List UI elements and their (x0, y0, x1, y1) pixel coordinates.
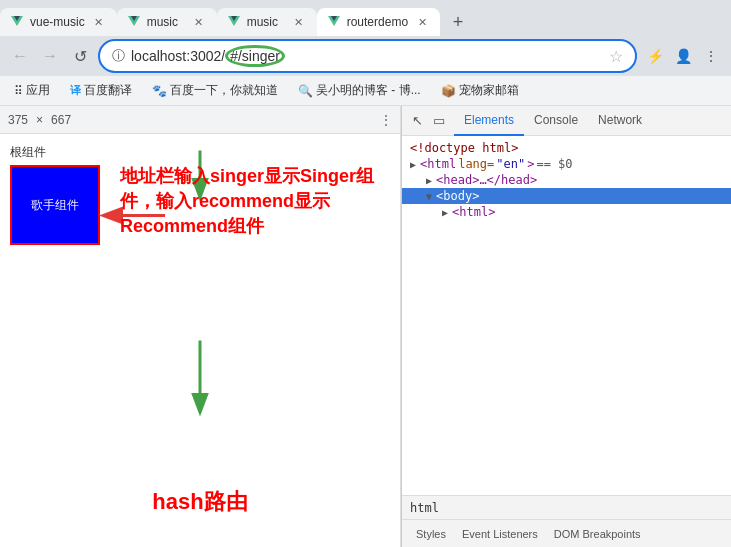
devtools-breadcrumb: html (402, 495, 731, 519)
tab-vue-music-title: vue-music (30, 15, 85, 29)
tab-vue-music[interactable]: vue-music ✕ (0, 8, 117, 36)
tab-music-1-title: music (147, 15, 185, 29)
tab-music-2-title: music (247, 15, 285, 29)
tab-music-1[interactable]: music ✕ (117, 8, 217, 36)
dom-body-line[interactable]: ▼ <body> (402, 188, 731, 204)
tab-routerdemo[interactable]: routerdemo ✕ (317, 8, 440, 36)
forward-button[interactable]: → (38, 44, 62, 68)
bookmark-baidu-search[interactable]: 🐾 百度一下，你就知道 (146, 80, 284, 101)
new-tab-button[interactable]: + (444, 8, 472, 36)
dom-doctype: <!doctype html> (402, 140, 731, 156)
tab-console-label: Console (534, 113, 578, 127)
bookmark-blog-label: 吴小明的博客 - 博... (316, 82, 421, 99)
bookmark-translate-label: 百度翻译 (84, 82, 132, 99)
singer-component: 歌手组件 (10, 165, 100, 245)
html-triangle: ▶ (410, 159, 416, 170)
url-highlight: #/singer (225, 45, 285, 67)
tab-close-music-2[interactable]: ✕ (291, 14, 307, 30)
address-right-buttons: ⚡ 👤 ⋮ (643, 44, 723, 68)
dom-html-line[interactable]: ▶ <html lang= "en" > == $0 (402, 156, 731, 172)
bookmark-blog[interactable]: 🔍 吴小明的博客 - 博... (292, 80, 427, 101)
apps-icon: ⠿ (14, 84, 23, 98)
blog-icon: 🔍 (298, 84, 313, 98)
dom-head-line[interactable]: ▶ <head>…</head> (402, 172, 731, 188)
tab-console[interactable]: Console (524, 106, 588, 136)
devtools-body: <!doctype html> ▶ <html lang= "en" > == … (402, 136, 731, 495)
dom-html-open: <html (420, 157, 456, 171)
footer-tab-event-listeners[interactable]: Event Listeners (456, 526, 544, 542)
device-toggle-icon[interactable]: ▭ (430, 112, 448, 130)
page-height: 667 (51, 113, 71, 127)
tab-elements-label: Elements (464, 113, 514, 127)
bookmark-apps[interactable]: ⠿ 应用 (8, 80, 56, 101)
footer-dom-label: DOM Breakpoints (554, 528, 641, 540)
reload-button[interactable]: ↺ (68, 44, 92, 68)
breadcrumb-html: html (410, 501, 439, 515)
tab-bar: vue-music ✕ music ✕ music ✕ routerdemo ✕… (0, 0, 731, 36)
dom-lang-value: "en" (496, 157, 525, 171)
bookmark-mail-label: 宠物家邮箱 (459, 82, 519, 99)
extensions-button[interactable]: ⚡ (643, 44, 667, 68)
bookmark-icon[interactable]: ☆ (609, 47, 623, 66)
body-html-triangle: ▶ (442, 207, 448, 218)
devtools-panel: ↖ ▭ Elements Console Network <!doctype h… (401, 106, 731, 547)
lock-icon: ⓘ (112, 47, 125, 65)
main-area: 375 × 667 ⋮ 根组件 歌手组件 (0, 106, 731, 547)
root-component-label: 根组件 (10, 144, 100, 161)
dom-body-html-line[interactable]: ▶ <html> (402, 204, 731, 220)
translate-icon: 译 (70, 83, 81, 98)
footer-tab-styles[interactable]: Styles (410, 526, 452, 542)
toolbar-menu-icon[interactable]: ⋮ (380, 113, 392, 127)
bookmarks-bar: ⠿ 应用 译 百度翻译 🐾 百度一下，你就知道 🔍 吴小明的博客 - 博... … (0, 76, 731, 106)
annotation-text: 地址栏输入singer显示Singer组件，输入recommend显示Recom… (120, 164, 390, 240)
page-toolbar: 375 × 667 ⋮ (0, 106, 400, 134)
url-text: localhost:3002/#/singer (131, 45, 603, 67)
profile-button[interactable]: 👤 (671, 44, 695, 68)
tab-network-label: Network (598, 113, 642, 127)
body-triangle: ▼ (426, 191, 432, 202)
devtools-footer-tabs: Styles Event Listeners DOM Breakpoints (402, 519, 731, 547)
footer-tab-dom-breakpoints[interactable]: DOM Breakpoints (548, 526, 647, 542)
tab-routerdemo-title: routerdemo (347, 15, 408, 29)
page-content: 375 × 667 ⋮ 根组件 歌手组件 (0, 106, 401, 547)
cursor-icon[interactable]: ↖ (408, 112, 426, 130)
menu-button[interactable]: ⋮ (699, 44, 723, 68)
tab-music-2[interactable]: music ✕ (217, 8, 317, 36)
url-bar[interactable]: ⓘ localhost:3002/#/singer ☆ (98, 39, 637, 73)
hash-route-label: hash路由 (152, 487, 247, 517)
dom-html-close: > (527, 157, 534, 171)
bookmark-baidu-translate[interactable]: 译 百度翻译 (64, 80, 138, 101)
tab-close-music-1[interactable]: ✕ (191, 14, 207, 30)
footer-styles-label: Styles (416, 528, 446, 540)
bookmark-search-label: 百度一下，你就知道 (170, 82, 278, 99)
devtools-icons: ↖ ▭ (402, 112, 454, 130)
tab-close-routerdemo[interactable]: ✕ (414, 14, 430, 30)
dom-body-html-text: <html> (452, 205, 495, 219)
dimension-x: × (36, 113, 43, 127)
mail-icon: 📦 (441, 84, 456, 98)
tab-network[interactable]: Network (588, 106, 652, 136)
singer-component-text: 歌手组件 (31, 197, 79, 214)
bookmark-apps-label: 应用 (26, 82, 50, 99)
dom-body-text: <body> (436, 189, 479, 203)
dom-head-text: <head>…</head> (436, 173, 537, 187)
component-area: 根组件 歌手组件 (10, 144, 100, 245)
page-width: 375 (8, 113, 28, 127)
address-bar: ← → ↺ ⓘ localhost:3002/#/singer ☆ ⚡ 👤 ⋮ (0, 36, 731, 76)
dom-lang-attr: lang= (458, 157, 494, 171)
tab-elements[interactable]: Elements (454, 106, 524, 136)
baidu-icon: 🐾 (152, 84, 167, 98)
back-button[interactable]: ← (8, 44, 32, 68)
annotation-main: 地址栏输入singer显示Singer组件，输入recommend显示Recom… (120, 166, 374, 236)
dom-dollar0: == $0 (536, 157, 572, 171)
dom-doctype-text: <!doctype html> (410, 141, 518, 155)
head-triangle: ▶ (426, 175, 432, 186)
footer-event-label: Event Listeners (462, 528, 538, 540)
tab-close-vue-music[interactable]: ✕ (91, 14, 107, 30)
browser-window: vue-music ✕ music ✕ music ✕ routerdemo ✕… (0, 0, 731, 547)
page-body: 根组件 歌手组件 (0, 134, 400, 547)
devtools-tabs: ↖ ▭ Elements Console Network (402, 106, 731, 136)
bookmark-mail[interactable]: 📦 宠物家邮箱 (435, 80, 525, 101)
